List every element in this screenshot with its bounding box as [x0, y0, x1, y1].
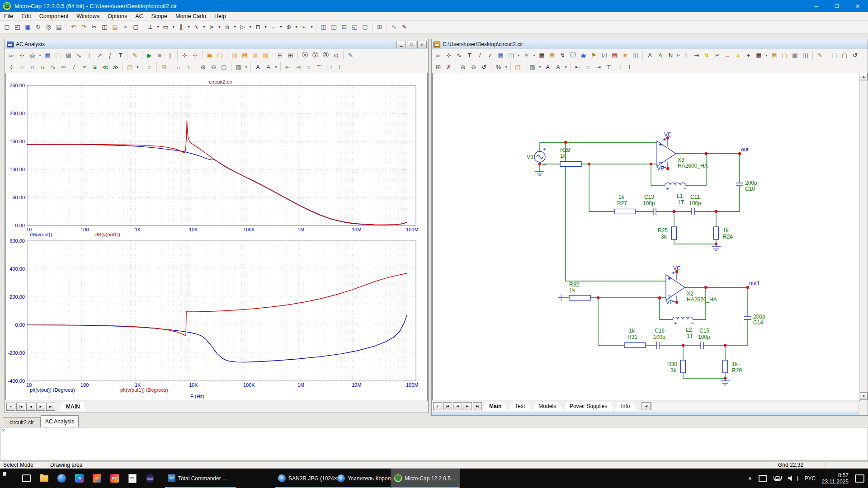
split-horizontal-icon[interactable]: ⊟ [275, 51, 285, 60]
minimize-button[interactable] [806, 0, 826, 12]
align-center-icon[interactable]: ≡ [583, 62, 593, 72]
bolt-icon[interactable]: ↯ [557, 51, 568, 60]
transistor-icon[interactable]: ⋔ [222, 22, 232, 32]
copy-icon[interactable]: ◫ [99, 22, 110, 32]
rotate-icon[interactable]: ↺ [850, 51, 860, 60]
tab-info[interactable]: Info [614, 402, 636, 411]
global-low-icon[interactable]: ≋ [90, 62, 100, 72]
capacitor-c16[interactable] [656, 342, 659, 349]
legend-dB(v(out))[interactable]: dB(v(out)) [30, 232, 52, 237]
flip-dropdown[interactable]: ▾ [516, 51, 521, 60]
region-enable-icon[interactable]: ▤ [609, 51, 620, 60]
overlap-icon[interactable]: ◱ [349, 22, 360, 32]
restore-button[interactable] [826, 0, 847, 12]
open-file-icon[interactable]: ◰ [12, 22, 23, 32]
ac-close-button[interactable] [417, 41, 427, 48]
scroll-down-button[interactable]: ▼ [860, 392, 868, 400]
text-mode-icon[interactable]: T [464, 51, 475, 60]
resistor-icon[interactable]: ▭ [160, 22, 171, 32]
power-display-icon[interactable]: ⇥ [691, 51, 702, 60]
properties-icon[interactable]: ✎ [815, 51, 825, 60]
go-left-icon[interactable]: ≪ [100, 62, 110, 72]
split-vertical-icon[interactable]: ⊞ [285, 51, 296, 60]
tab-models[interactable]: Models [532, 402, 562, 411]
text-panel[interactable]: × [0, 427, 868, 461]
horizontal-scrollbar[interactable] [651, 403, 859, 410]
checkbox-icon[interactable]: ☑ [599, 51, 609, 60]
switch-dropdown[interactable]: ▾ [309, 22, 314, 32]
tab-text[interactable]: Text [509, 402, 531, 411]
align-left-icon[interactable]: ⇤ [572, 62, 583, 72]
pan-mode-icon[interactable]: ⊹ [443, 51, 454, 60]
diode-icon[interactable]: ⊳ [207, 22, 217, 32]
zoom-out-icon[interactable]: ⊖ [468, 62, 479, 72]
switch-icon[interactable]: ⌁ [299, 22, 309, 32]
run-icon[interactable]: ▶ [144, 51, 155, 60]
add-page-icon[interactable]: ⊞ [433, 62, 443, 72]
pulse-source-icon[interactable]: ⊓ [253, 22, 263, 32]
clipboard-dropdown[interactable]: ▾ [135, 62, 140, 72]
state-variables-icon[interactable]: ⊞ [159, 62, 169, 72]
taskbar-usilitel[interactable]: OУсилитель Короля... [334, 469, 397, 488]
tile-vertical-icon[interactable]: ◫ [329, 22, 339, 32]
start-button[interactable] [0, 469, 18, 488]
cursor-right-icon[interactable]: ⊹ [17, 62, 27, 72]
warning-icon[interactable]: ▲ [733, 51, 743, 60]
align-right-icon[interactable]: ⇥ [293, 62, 303, 72]
copy-image-icon[interactable]: ▦ [42, 51, 53, 60]
stop-icon[interactable]: ■ [155, 51, 165, 60]
ac-restore-button[interactable] [407, 41, 416, 48]
menu-item-scope[interactable]: Scope [147, 13, 171, 19]
inductor-l1[interactable] [665, 183, 685, 185]
resistor-r24[interactable] [714, 227, 719, 239]
node-snap-dropdown[interactable]: ▾ [532, 51, 537, 60]
rider-icon[interactable]: RD [106, 469, 123, 488]
view-mode-dropdown[interactable]: ▾ [538, 62, 542, 72]
image-icon[interactable]: ▦ [537, 51, 547, 60]
current-display-icon[interactable]: I [681, 51, 691, 60]
scale-x-icon[interactable]: ↔ [173, 62, 184, 72]
grid-style-dropdown[interactable]: ▾ [244, 62, 249, 72]
plot-page-tab-main[interactable]: MAIN [60, 402, 86, 411]
high-icon[interactable]: ∿ [48, 62, 58, 72]
grid-dropdown[interactable]: ▾ [764, 51, 769, 60]
align-middle-icon[interactable]: ⊣ [324, 62, 335, 72]
components[interactable] [534, 138, 751, 385]
cursor-mode-icon[interactable]: ↕ [84, 51, 94, 60]
page-scroll-dropdown[interactable]: ▾ [433, 402, 442, 410]
window-tab-ac-analysis[interactable]: AC Analysis [41, 415, 79, 427]
legend-dB(v(out1))[interactable]: dB(v(out1)) [95, 232, 120, 237]
pan-mode-icon[interactable]: ⊹ [17, 51, 27, 60]
baseline-icon[interactable]: ▥ [260, 51, 271, 60]
taskbar-micro-cap[interactable]: 12Micro-Cap 12.2.0.5 ... [391, 469, 460, 488]
resistor-r28[interactable] [560, 162, 581, 167]
battery-icon[interactable]: ≡ [268, 22, 278, 32]
transistor-dropdown[interactable]: ▾ [232, 22, 237, 32]
prev-page-button[interactable]: ◀ [453, 402, 462, 410]
paste-page-icon[interactable]: ▤ [513, 62, 523, 72]
diagonal-wire-icon[interactable]: / [475, 51, 485, 60]
window-tab-circuit2[interactable]: circuit2.cir [3, 417, 41, 427]
tab-power-supplies[interactable]: Power Supplies [563, 402, 613, 411]
diode-dropdown[interactable]: ▾ [217, 22, 222, 32]
plus-mark-icon[interactable]: ▢ [215, 51, 225, 60]
notepad-icon[interactable] [123, 469, 141, 488]
plot-area[interactable]: 250.00200.00150.00100.0050.000.00101001K… [5, 73, 428, 401]
border-icon[interactable]: ▤ [769, 51, 779, 60]
select-mode-icon[interactable]: ▻ [433, 51, 443, 60]
low-icon[interactable]: ∾ [58, 62, 69, 72]
next-page-button[interactable]: ▶ [36, 403, 45, 411]
data-points-icon[interactable]: ⊹ [179, 51, 190, 60]
pick-icon[interactable]: ✓ [485, 51, 495, 60]
zoom-100-icon[interactable]: ↺ [479, 62, 489, 72]
browser-icon[interactable] [53, 469, 71, 488]
vertical-axis-grids-icon[interactable]: ▤ [240, 51, 250, 60]
inflection-icon[interactable]: / [69, 62, 79, 72]
taskbar-total-commander[interactable]: TCTotal Commander ... [164, 469, 237, 488]
grid-style-icon[interactable]: ▦ [233, 62, 244, 72]
menu-item-monte-carlo[interactable]: Monte Carlo [171, 13, 210, 19]
resistor-r30[interactable] [681, 360, 686, 373]
attribute-text-icon[interactable]: A [645, 51, 655, 60]
node-snap-icon[interactable]: ⚬ [521, 51, 532, 60]
resistor-r25[interactable] [672, 227, 677, 239]
